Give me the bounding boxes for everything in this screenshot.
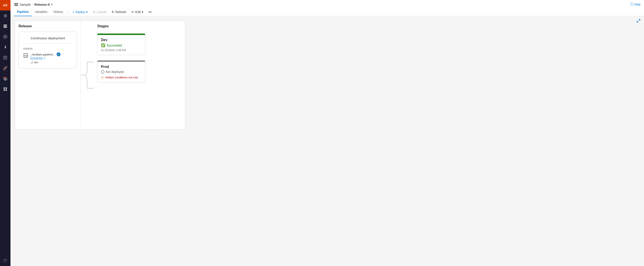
sidebar-icon-books[interactable]: 📚	[0, 74, 10, 84]
sidebar-icon-rocket[interactable]: 🚀	[0, 63, 10, 74]
stage-name-prod: Prod	[101, 65, 142, 69]
stage-date-dev: on 3/2/2020, 3:38 PM	[101, 49, 142, 52]
stage-status-label-dev: Succeeded	[106, 44, 122, 47]
artifact-version[interactable]: 20200302.7	[30, 57, 60, 60]
deploy-label: Deploy	[75, 10, 85, 14]
edit-icon: ✏	[132, 10, 134, 14]
topbar: Sample › Release-5 ▾ ⓘ Help Pipeline Var…	[10, 0, 644, 16]
stage-body-dev: Dev ✅ Succeeded on 3/2/2020, 3:38 PM	[98, 35, 145, 55]
stage-warning-text: Artifact conditions not met	[105, 76, 138, 79]
deploy-button[interactable]: + Deploy ▾	[70, 9, 90, 15]
stages-title: Stages	[97, 24, 182, 28]
cancel-icon: ⊘	[93, 10, 96, 14]
refresh-icon: ↻	[112, 10, 114, 14]
svg-rect-0	[4, 25, 7, 25]
svg-rect-13	[14, 4, 18, 5]
pipeline-container: Release Continuous deployment Artifacts	[15, 20, 185, 130]
sidebar-icon-repos[interactable]	[0, 32, 10, 42]
stage-card-prod[interactable]: Prod Not deployed ⚠ Artifact conditions …	[97, 60, 145, 82]
artifact-download-icon	[23, 53, 28, 60]
artifacts-label: Artifacts	[23, 47, 72, 50]
sidebar-icon-security[interactable]: 🛡	[0, 256, 10, 266]
svg-rect-2	[4, 27, 7, 28]
refresh-label: Refresh	[116, 10, 126, 14]
svg-rect-8	[4, 87, 5, 89]
svg-rect-1	[4, 26, 7, 27]
more-button[interactable]: •••	[146, 9, 154, 15]
artifact-branch-text: dev	[34, 61, 38, 64]
sidebar: AS ⊞ ⬇ 🚀 📚 🛡	[0, 0, 10, 266]
release-card-title: Continuous deployment	[23, 36, 72, 44]
svg-rect-11	[6, 89, 7, 91]
breadcrumb: Sample › Release-5 ▾ ⓘ Help	[14, 0, 640, 8]
deploy-chevron-icon: ▾	[86, 10, 88, 14]
breadcrumb-root[interactable]: Sample	[20, 2, 31, 6]
svg-rect-12	[14, 3, 18, 4]
main-area: Sample › Release-5 ▾ ⓘ Help Pipeline Var…	[10, 0, 644, 266]
help-link[interactable]: ⓘ Help	[630, 2, 640, 6]
more-icon: •••	[148, 10, 152, 14]
toolbar-separator	[68, 10, 68, 15]
avatar: AS	[0, 0, 10, 10]
artifact-name: _ninallam.pipeline... ⚡	[30, 52, 60, 56]
success-icon: ✅	[101, 43, 105, 48]
refresh-button[interactable]: ↻ Refresh	[109, 9, 129, 15]
stages-list: Dev ✅ Succeeded on 3/2/2020, 3:38 PM	[97, 32, 182, 82]
release-title: Release	[18, 24, 77, 28]
sidebar-icon-pipelines[interactable]	[0, 21, 10, 32]
artifact-details: _ninallam.pipeline... ⚡ 20200302.7 ⎇ dev	[30, 52, 60, 64]
sidebar-icon-test[interactable]	[0, 52, 10, 63]
help-circle-icon: ⓘ	[630, 2, 633, 6]
svg-rect-10	[4, 89, 5, 91]
pipeline-icon	[14, 2, 18, 6]
edit-label: Edit	[136, 10, 141, 14]
cancel-label: Cancel	[97, 10, 106, 14]
cancel-button[interactable]: ⊘ Cancel	[90, 9, 109, 15]
help-label: Help	[634, 2, 640, 6]
sidebar-icon-home[interactable]: ⊞	[0, 10, 10, 21]
release-card[interactable]: Continuous deployment Artifacts	[18, 32, 77, 68]
connector-area	[80, 21, 94, 130]
sidebar-icon-artifacts[interactable]: ⬇	[0, 42, 10, 52]
artifact-item: _ninallam.pipeline... ⚡ 20200302.7 ⎇ dev	[23, 52, 72, 64]
sidebar-icon-boards[interactable]	[0, 84, 10, 94]
stage-status-prod: Not deployed	[101, 70, 142, 74]
branch-icon: ⎇	[30, 61, 33, 64]
stage-body-prod: Prod Not deployed ⚠ Artifact conditions …	[98, 62, 145, 82]
not-deployed-icon	[101, 70, 104, 74]
svg-rect-9	[6, 87, 7, 89]
toolbar: Pipeline Variables History + Deploy ▾ ⊘ …	[14, 8, 640, 16]
expand-button[interactable]	[636, 19, 640, 24]
pipeline-canvas: Release Continuous deployment Artifacts	[10, 16, 644, 266]
breadcrumb-current: Release-5	[34, 2, 50, 6]
stage-warning-prod: ⚠ Artifact conditions not met	[101, 75, 142, 79]
warning-triangle-icon: ⚠	[101, 75, 104, 79]
edit-chevron-icon: ▾	[142, 10, 143, 14]
stage-card-dev[interactable]: Dev ✅ Succeeded on 3/2/2020, 3:38 PM	[97, 34, 145, 55]
stage-status-label-prod: Not deployed	[106, 70, 124, 74]
release-section: Release Continuous deployment Artifacts	[15, 21, 80, 130]
tab-history[interactable]: History	[50, 8, 66, 16]
breadcrumb-chevron-icon[interactable]: ▾	[51, 3, 53, 6]
artifact-branch: ⎇ dev	[30, 61, 60, 64]
edit-button[interactable]: ✏ Edit ▾	[129, 9, 146, 15]
svg-rect-14	[14, 5, 18, 6]
breadcrumb-separator: ›	[32, 2, 33, 6]
stages-section: Stages Dev ✅ Succeeded on 3/2/2020, 3:38…	[94, 21, 185, 130]
stage-name-dev: Dev	[101, 38, 142, 42]
stage-status-dev: ✅ Succeeded	[101, 43, 142, 48]
deploy-icon: +	[72, 10, 74, 14]
tab-variables[interactable]: Variables	[32, 8, 50, 16]
tab-pipeline[interactable]: Pipeline	[14, 8, 32, 16]
artifact-name-text: _ninallam.pipeline...	[30, 53, 55, 56]
artifact-badge: ⚡	[56, 52, 60, 56]
